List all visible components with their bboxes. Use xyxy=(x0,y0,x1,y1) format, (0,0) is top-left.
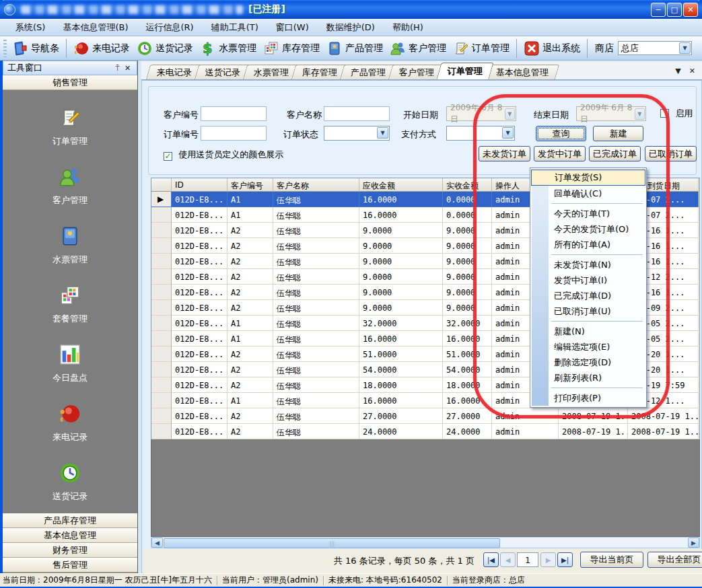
start-date-picker[interactable]: 2009年 6月 8日 ▼ xyxy=(446,106,516,121)
cell-order_date[interactable]: 2008-07-19 1... xyxy=(559,408,628,424)
cell-received[interactable]: 0.0000 xyxy=(443,192,492,207)
cell-customer_name[interactable]: 伍华聪 xyxy=(273,254,359,269)
cell-id[interactable]: 012D-E8... xyxy=(172,408,227,424)
enable-checkbox-box[interactable] xyxy=(660,109,669,118)
tab-list-dropdown-icon[interactable]: ▼ xyxy=(675,67,680,75)
cell-id[interactable]: 012D-E8... xyxy=(172,316,227,331)
cell-received[interactable]: 9.0000 xyxy=(443,300,492,316)
status-filter-button-1[interactable]: 发货中订单 xyxy=(534,146,586,161)
cell-id[interactable]: 012D-E8... xyxy=(172,331,227,346)
menu-item-6[interactable]: 帮助(H) xyxy=(384,19,432,36)
tab-库存管理[interactable]: 库存管理 xyxy=(291,65,348,79)
customer-name-input[interactable] xyxy=(324,106,390,121)
status-filter-button-3[interactable]: 已取消订单 xyxy=(645,146,697,161)
scroll-right-icon[interactable]: ▶ xyxy=(688,538,699,548)
row-header-cell[interactable] xyxy=(151,424,172,439)
row-header-cell[interactable] xyxy=(151,408,172,424)
row-header-cell[interactable] xyxy=(151,238,172,254)
customer-no-input[interactable] xyxy=(201,106,267,121)
sidebar-item-套餐管理[interactable]: 套餐管理 xyxy=(52,284,87,325)
tab-close-icon[interactable]: ✕ xyxy=(689,67,695,75)
context-menu-item-刷新列表(R)[interactable]: 刷新列表(R) xyxy=(531,370,645,385)
context-menu-item-所有的订单(A)[interactable]: 所有的订单(A) xyxy=(531,237,645,252)
cell-customer_name[interactable]: 伍华聪 xyxy=(273,377,359,393)
order-no-input[interactable] xyxy=(201,126,267,141)
color-display-checkbox[interactable]: ✓ 使用送货员定义的颜色展示 xyxy=(164,149,283,161)
menu-item-5[interactable]: 数据维护(D) xyxy=(318,19,384,36)
maximize-button[interactable]: □ xyxy=(667,3,682,17)
sidebar-section-售后管理[interactable]: 售后管理 xyxy=(3,558,137,573)
cell-id[interactable]: 012D-E8... xyxy=(172,207,227,223)
cell-customer_name[interactable]: 伍华聪 xyxy=(273,316,359,331)
row-header-cell[interactable] xyxy=(151,346,172,362)
context-menu-item-今天的订单(T)[interactable]: 今天的订单(T) xyxy=(531,206,645,221)
first-page-button[interactable]: |◀ xyxy=(483,552,499,567)
cell-customer_name[interactable]: 伍华聪 xyxy=(273,207,359,223)
row-header-cell[interactable] xyxy=(151,362,172,377)
context-menu-item-已完成订单(D)[interactable]: 已完成订单(D) xyxy=(531,288,645,303)
cell-customer_no[interactable]: A2 xyxy=(227,254,273,269)
toolbar-button-1[interactable]: 来电记录 xyxy=(70,39,133,58)
cell-customer_name[interactable]: 伍华聪 xyxy=(273,331,359,346)
cell-receivable[interactable]: 9.0000 xyxy=(359,269,443,285)
shop-combobox[interactable]: 总店▼ xyxy=(618,41,692,55)
toolbar-button-6[interactable]: 客户管理 xyxy=(386,39,450,58)
cell-order_date[interactable]: 2008-07-19 1... xyxy=(559,424,628,439)
row-header-cell[interactable] xyxy=(151,254,172,269)
toolbar-button-3[interactable]: $水票管理 xyxy=(197,39,260,58)
cell-customer_no[interactable]: A2 xyxy=(227,223,273,238)
last-page-button[interactable]: ▶| xyxy=(557,552,573,567)
cell-receivable[interactable]: 54.0000 xyxy=(359,362,443,377)
cell-id[interactable]: 012D-E8... xyxy=(172,223,227,238)
menu-item-2[interactable]: 运行信息(R) xyxy=(137,19,202,36)
row-header-cell[interactable] xyxy=(151,223,172,238)
color-display-checkbox-box[interactable]: ✓ xyxy=(164,152,172,161)
row-header-cell[interactable] xyxy=(151,300,172,316)
column-header-rowselect[interactable] xyxy=(151,178,172,192)
context-menu-item-未发货订单(N)[interactable]: 未发货订单(N) xyxy=(531,257,645,272)
toolbar-button-5[interactable]: 产品管理 xyxy=(323,39,386,58)
cell-id[interactable]: 012D-E8... xyxy=(172,285,227,300)
cell-customer_no[interactable]: A2 xyxy=(227,346,273,362)
cell-receivable[interactable]: 9.0000 xyxy=(359,254,443,269)
prev-page-button[interactable]: ◀ xyxy=(500,552,516,567)
cell-receivable[interactable]: 18.0000 xyxy=(359,377,443,393)
cell-customer_no[interactable]: A2 xyxy=(227,238,273,254)
cell-customer_no[interactable]: A1 xyxy=(227,316,273,331)
column-header-客户编号[interactable]: 客户编号 xyxy=(227,178,273,192)
export-current-page-button[interactable]: 导出当前页 xyxy=(580,552,643,568)
cell-customer_no[interactable]: A2 xyxy=(227,269,273,285)
cell-received[interactable]: 27.0000 xyxy=(443,408,492,424)
cell-customer_name[interactable]: 伍华聪 xyxy=(273,393,359,408)
context-menu-item-发货中订单(I)[interactable]: 发货中订单(I) xyxy=(531,272,645,288)
cell-receivable[interactable]: 9.0000 xyxy=(359,238,443,254)
sidebar-item-水票管理[interactable]: 水票管理 xyxy=(52,225,87,266)
cell-customer_name[interactable]: 伍华聪 xyxy=(273,424,359,439)
toolbar-button-4[interactable]: 库存管理 xyxy=(260,39,323,58)
column-header-应收金额[interactable]: 应收金额 xyxy=(359,178,443,192)
sidebar-section-sales[interactable]: 销售管理 xyxy=(3,75,137,90)
cell-received[interactable]: 51.0000 xyxy=(443,346,492,362)
next-page-button[interactable]: ▶ xyxy=(540,552,556,567)
cell-customer_name[interactable]: 伍华聪 xyxy=(273,269,359,285)
cell-received[interactable]: 54.0000 xyxy=(443,362,492,377)
toolbar-button-0[interactable]: 导航条 xyxy=(9,39,63,58)
cell-customer_no[interactable]: A2 xyxy=(227,300,273,316)
cell-received[interactable]: 9.0000 xyxy=(443,269,492,285)
cell-id[interactable]: 012D-E8... xyxy=(172,238,227,254)
column-header-实收金额[interactable]: 实收金额 xyxy=(443,178,492,192)
context-menu-item-订单发货(S)[interactable]: 订单发货(S) xyxy=(531,170,645,186)
cell-received[interactable]: 16.0000 xyxy=(443,331,492,346)
cell-customer_no[interactable]: A2 xyxy=(227,424,273,439)
pay-method-select[interactable]: ▼ xyxy=(446,126,515,141)
tab-水票管理[interactable]: 水票管理 xyxy=(243,65,300,79)
cell-customer_name[interactable]: 伍华聪 xyxy=(273,300,359,316)
cell-receivable[interactable]: 32.0000 xyxy=(359,316,443,331)
cell-id[interactable]: 012D-E8... xyxy=(172,362,227,377)
cell-receivable[interactable]: 16.0000 xyxy=(359,393,443,408)
cell-customer_name[interactable]: 伍华聪 xyxy=(273,285,359,300)
row-header-cell[interactable] xyxy=(151,377,172,393)
cell-id[interactable]: 012D-E8... xyxy=(172,346,227,362)
cell-received[interactable]: 16.0000 xyxy=(443,393,492,408)
close-button[interactable]: ✕ xyxy=(683,3,698,17)
